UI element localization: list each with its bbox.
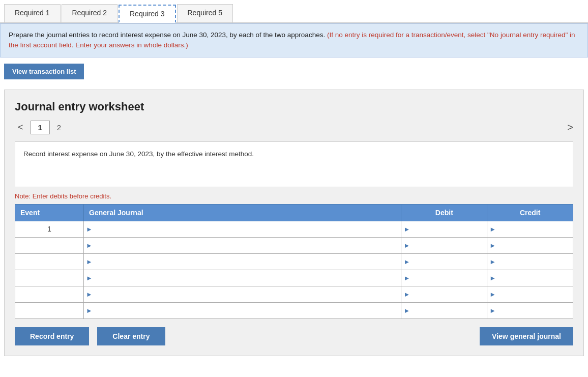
debit-arrow-icon-4: ► (403, 274, 410, 282)
journal-arrow-icon-1: ► (86, 225, 93, 233)
journal-arrow-icon-2: ► (86, 242, 93, 249)
credit-cell-1[interactable]: ► (487, 221, 573, 237)
credit-arrow-icon-4: ► (489, 274, 496, 282)
credit-arrow-icon-5: ► (489, 291, 496, 298)
event-cell-1: 1 (15, 221, 84, 237)
tabs-bar: Required 1 Required 2 Required 3 Require… (0, 0, 588, 23)
event-cell-2 (15, 237, 84, 253)
clear-entry-button[interactable]: Clear entry (97, 327, 165, 345)
general-journal-input-6[interactable] (84, 303, 401, 318)
credit-cell-2[interactable]: ► (487, 237, 573, 253)
debit-input-1[interactable] (401, 221, 487, 237)
journal-entry-worksheet: Journal entry worksheet < 1 2 > Record i… (4, 90, 584, 356)
journal-table: Event General Journal Debit Credit 1 ► ► (15, 204, 573, 319)
credit-cell-5[interactable]: ► (487, 286, 573, 302)
description-text: Record interest expense on June 30, 2023… (23, 150, 254, 158)
credit-input-3[interactable] (487, 254, 573, 270)
page-navigation: < 1 2 > (15, 121, 573, 134)
table-row: ► ► ► (15, 253, 573, 270)
debit-cell-5[interactable]: ► (401, 286, 487, 302)
general-journal-cell-1[interactable]: ► (84, 221, 401, 237)
event-cell-3 (15, 253, 84, 270)
col-header-credit: Credit (487, 204, 573, 221)
debit-cell-6[interactable]: ► (401, 302, 487, 318)
credit-input-2[interactable] (487, 238, 573, 253)
journal-arrow-icon-5: ► (86, 291, 93, 298)
credit-cell-4[interactable]: ► (487, 270, 573, 286)
view-transaction-button[interactable]: View transaction list (4, 64, 84, 79)
debit-arrow-icon-3: ► (403, 258, 410, 266)
action-buttons: Record entry Clear entry View general jo… (15, 327, 573, 345)
debit-credit-note: Note: Enter debits before credits. (15, 192, 573, 200)
general-journal-cell-2[interactable]: ► (84, 237, 401, 253)
debit-arrow-icon-6: ► (403, 307, 410, 314)
debit-input-5[interactable] (401, 286, 487, 302)
credit-cell-3[interactable]: ► (487, 253, 573, 270)
journal-arrow-icon-4: ► (86, 274, 93, 282)
credit-arrow-icon-2: ► (489, 242, 496, 249)
general-journal-cell-5[interactable]: ► (84, 286, 401, 302)
col-header-debit: Debit (401, 204, 487, 221)
table-row: ► ► ► (15, 270, 573, 286)
instruction-box: Prepare the journal entries to record in… (0, 23, 588, 57)
instruction-main-text: Prepare the journal entries to record in… (9, 31, 325, 39)
general-journal-cell-4[interactable]: ► (84, 270, 401, 286)
credit-arrow-icon-3: ► (489, 258, 496, 266)
view-general-journal-button[interactable]: View general journal (480, 327, 573, 345)
credit-arrow-icon-1: ► (489, 225, 496, 233)
event-cell-4 (15, 270, 84, 286)
event-cell-6 (15, 302, 84, 318)
prev-page-button[interactable]: < (15, 121, 26, 134)
next-page-number: 2 (54, 121, 64, 134)
worksheet-title: Journal entry worksheet (15, 100, 573, 113)
journal-arrow-icon-6: ► (86, 307, 93, 314)
credit-cell-6[interactable]: ► (487, 302, 573, 318)
col-header-event: Event (15, 204, 84, 221)
debit-arrow-icon-1: ► (403, 225, 410, 233)
general-journal-input-2[interactable] (84, 238, 401, 253)
debit-input-4[interactable] (401, 270, 487, 286)
general-journal-cell-3[interactable]: ► (84, 253, 401, 270)
general-journal-input-5[interactable] (84, 286, 401, 302)
general-journal-input-3[interactable] (84, 254, 401, 270)
tab-required3[interactable]: Required 3 (119, 5, 176, 23)
journal-arrow-icon-3: ► (86, 258, 93, 266)
debit-arrow-icon-5: ► (403, 291, 410, 298)
event-cell-5 (15, 286, 84, 302)
entry-description: Record interest expense on June 30, 2023… (15, 141, 573, 187)
debit-cell-2[interactable]: ► (401, 237, 487, 253)
tab-required5[interactable]: Required 5 (177, 4, 233, 22)
table-row: ► ► ► (15, 302, 573, 318)
col-header-general-journal: General Journal (84, 204, 401, 221)
table-row: 1 ► ► ► (15, 221, 573, 237)
debit-cell-4[interactable]: ► (401, 270, 487, 286)
debit-cell-3[interactable]: ► (401, 253, 487, 270)
debit-cell-1[interactable]: ► (401, 221, 487, 237)
debit-input-3[interactable] (401, 254, 487, 270)
debit-input-6[interactable] (401, 303, 487, 318)
general-journal-cell-6[interactable]: ► (84, 302, 401, 318)
credit-input-1[interactable] (487, 221, 573, 237)
record-entry-button[interactable]: Record entry (15, 327, 89, 345)
credit-input-4[interactable] (487, 270, 573, 286)
general-journal-input-4[interactable] (84, 270, 401, 286)
tab-required1[interactable]: Required 1 (4, 4, 61, 22)
current-page-indicator: 1 (31, 121, 50, 134)
debit-arrow-icon-2: ► (403, 242, 410, 249)
table-row: ► ► ► (15, 286, 573, 302)
debit-input-2[interactable] (401, 238, 487, 253)
table-row: ► ► ► (15, 237, 573, 253)
credit-input-5[interactable] (487, 286, 573, 302)
credit-arrow-icon-6: ► (489, 307, 496, 314)
credit-input-6[interactable] (487, 303, 573, 318)
tab-required2[interactable]: Required 2 (62, 4, 118, 22)
general-journal-input-1[interactable] (84, 221, 401, 237)
next-page-button[interactable]: > (567, 122, 573, 133)
